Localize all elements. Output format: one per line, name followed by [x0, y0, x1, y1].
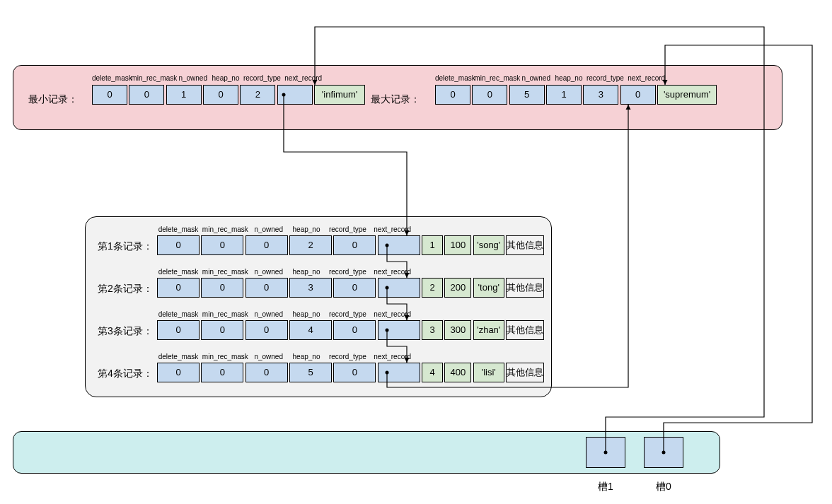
slot-1-label: 槽1 — [586, 481, 625, 493]
hdr-delete-mask: delete_mask — [92, 74, 129, 83]
max-cell-3: 1 — [546, 85, 582, 105]
record-2-headers: delete_mask min_rec_mask n_owned heap_no… — [157, 267, 414, 277]
min-cell-tail: 'infimum' — [314, 85, 365, 105]
hdr-next-record: next_record — [284, 74, 323, 83]
min-cell-5 — [277, 85, 313, 105]
record-2-cells: 0 0 0 3 0 2 200 'tong' 其他信息 — [157, 278, 544, 298]
hdr-n-owned: n_owned — [178, 74, 209, 83]
min-cell-0: 0 — [92, 85, 127, 105]
hdr2-n-owned: n_owned — [521, 74, 552, 83]
max-cell-0: 0 — [435, 85, 470, 105]
min-record-cells: 0 0 1 0 2 'infimum' — [92, 85, 365, 105]
max-cell-4: 3 — [583, 85, 618, 105]
max-record-label: 最大记录： — [371, 93, 420, 106]
min-cell-2: 1 — [166, 85, 202, 105]
record-3-label: 第3条记录： — [98, 325, 153, 338]
hdr2-min-rec-mask: min_rec_mask — [474, 74, 518, 83]
slot-0-label: 槽0 — [644, 481, 683, 493]
min-cell-4: 2 — [240, 85, 275, 105]
max-cell-5: 0 — [620, 85, 656, 105]
hdr-min-rec-mask: min_rec_mask — [131, 74, 175, 83]
hdr-record-type: record_type — [243, 74, 281, 83]
max-cell-tail: 'supremum' — [657, 85, 717, 105]
record-2-label: 第2条记录： — [98, 283, 153, 295]
record-4-label: 第4条记录： — [98, 368, 153, 380]
record-4-headers: delete_mask min_rec_mask n_owned heap_no… — [157, 352, 414, 362]
min-cell-3: 0 — [203, 85, 238, 105]
record-1-label: 第1条记录： — [98, 240, 153, 253]
slot-1-box — [586, 437, 625, 468]
record-4-cells: 0 0 0 5 0 4 400 'lisi' 其他信息 — [157, 363, 544, 382]
hdr-heap-no: heap_no — [211, 74, 241, 83]
record-1-cells: 0 0 0 2 0 1 100 'song' 其他信息 — [157, 235, 544, 255]
max-cell-2: 5 — [509, 85, 545, 105]
hdr2-heap-no: heap_no — [554, 74, 584, 83]
max-record-headers: delete_mask min_rec_mask n_owned heap_no… — [435, 74, 666, 83]
hdr2-delete-mask: delete_mask — [435, 74, 472, 83]
min-record-headers: delete_mask min_rec_mask n_owned heap_no… — [92, 74, 323, 83]
record-3-cells: 0 0 0 4 0 3 300 'zhan' 其他信息 — [157, 320, 544, 340]
min-cell-1: 0 — [129, 85, 164, 105]
min-record-label: 最小记录： — [28, 93, 78, 106]
record-1-headers: delete_mask min_rec_mask n_owned heap_no… — [157, 225, 414, 235]
slot-0-box — [644, 437, 683, 468]
max-record-cells: 0 0 5 1 3 0 'supremum' — [435, 85, 717, 105]
hdr2-record-type: record_type — [586, 74, 624, 83]
record-3-headers: delete_mask min_rec_mask n_owned heap_no… — [157, 310, 414, 320]
hdr2-next-record: next_record — [627, 74, 666, 83]
max-cell-1: 0 — [472, 85, 507, 105]
